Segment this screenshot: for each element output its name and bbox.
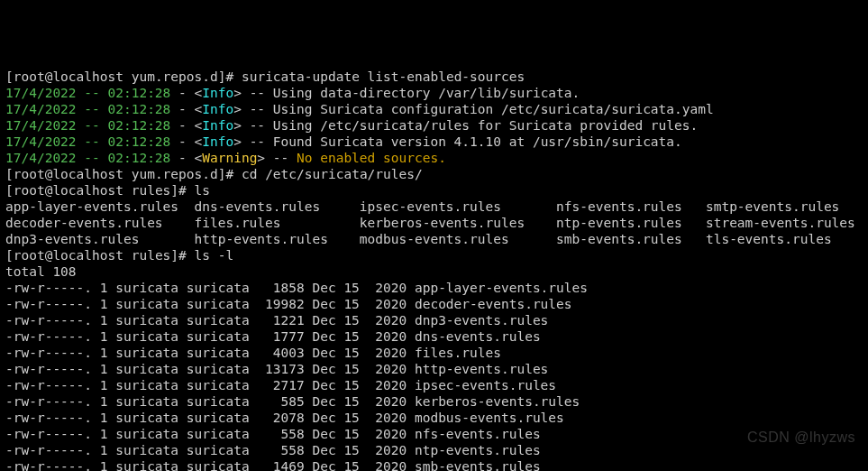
command-text: ls	[195, 183, 210, 198]
log-message-warning: No enabled sources.	[297, 151, 446, 165]
total-line: total 108	[5, 264, 77, 279]
log-timestamp: 17/4/2022 -- 02:12:28	[5, 86, 170, 100]
prompt-line: [root@localhost rules]#	[5, 248, 195, 263]
terminal-output[interactable]: [root@localhost yum.repos.d]# suricata-u…	[5, 69, 863, 471]
log-message: Found Suricata version 4.1.10 at /usr/sb…	[273, 134, 682, 149]
prompt-line: [root@localhost yum.repos.d]#	[5, 69, 242, 84]
log-level-warning: Warning	[202, 151, 257, 165]
log-level-info: Info	[202, 102, 233, 116]
ls-long-output: -rw-r-----. 1 suricata suricata 1858 Dec…	[5, 281, 588, 471]
command-text: cd /etc/suricata/rules/	[242, 167, 423, 181]
command-text: suricata-update list-enabled-sources	[242, 69, 525, 84]
log-timestamp: 17/4/2022 -- 02:12:28	[5, 134, 170, 149]
ls-output: app-layer-events.rules dns-events.rules …	[5, 199, 855, 246]
command-text: ls -l	[195, 248, 234, 263]
log-timestamp: 17/4/2022 -- 02:12:28	[5, 118, 170, 133]
log-message: Using Suricata configuration /etc/surica…	[273, 102, 714, 116]
prompt-line: [root@localhost yum.repos.d]#	[5, 167, 242, 181]
log-timestamp: 17/4/2022 -- 02:12:28	[5, 151, 170, 165]
log-timestamp: 17/4/2022 -- 02:12:28	[5, 102, 170, 116]
log-level-info: Info	[202, 134, 233, 149]
log-level-info: Info	[202, 118, 233, 133]
log-message: Using data-directory /var/lib/suricata.	[273, 86, 580, 100]
log-message: Using /etc/suricata/rules for Suricata p…	[273, 118, 698, 133]
prompt-line: [root@localhost rules]#	[5, 183, 195, 198]
log-level-info: Info	[202, 86, 233, 100]
